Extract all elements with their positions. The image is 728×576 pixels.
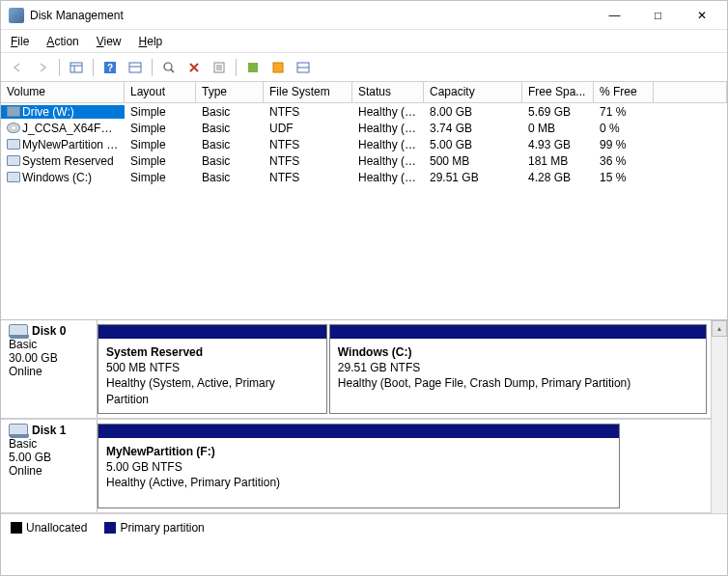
minimize-button[interactable]: — bbox=[593, 2, 636, 29]
svg-rect-5 bbox=[129, 63, 141, 72]
toolbar-green-button[interactable] bbox=[242, 57, 264, 78]
forward-button bbox=[32, 57, 53, 78]
partition[interactable]: Windows (C:)29.51 GB NTFSHealthy (Boot, … bbox=[329, 324, 707, 414]
disk: Disk 1Basic5.00 GBOnlineMyNewPartition (… bbox=[1, 420, 711, 513]
disk-partitions: MyNewPartition (F:)5.00 GB NTFSHealthy (… bbox=[98, 420, 711, 512]
primary-swatch-icon bbox=[104, 522, 116, 534]
menu-view[interactable]: View bbox=[97, 35, 122, 48]
svg-rect-14 bbox=[273, 63, 283, 72]
menu-help[interactable]: Help bbox=[139, 35, 163, 48]
showhide-console-button[interactable] bbox=[66, 57, 87, 78]
explore-button[interactable] bbox=[158, 57, 180, 78]
disk-info[interactable]: Disk 0Basic30.00 GBOnline bbox=[1, 320, 98, 418]
col-layout[interactable]: Layout bbox=[125, 82, 196, 102]
col-capacity[interactable]: Capacity bbox=[424, 82, 522, 102]
volume-row[interactable]: J_CCSA_X64FRE_E...SimpleBasicUDFHealthy … bbox=[1, 120, 727, 136]
disk-icon bbox=[9, 324, 28, 338]
volume-icon bbox=[7, 172, 20, 182]
scroll-up-icon[interactable]: ▴ bbox=[712, 320, 727, 337]
partition-bar bbox=[98, 425, 619, 438]
svg-point-7 bbox=[164, 63, 172, 70]
col-fs[interactable]: File System bbox=[264, 82, 352, 102]
close-button[interactable]: ✕ bbox=[680, 2, 723, 29]
partition-bar bbox=[330, 325, 706, 339]
legend-primary: Primary partition bbox=[104, 521, 204, 535]
back-button bbox=[7, 57, 28, 78]
volume-icon bbox=[7, 155, 20, 166]
disk: Disk 0Basic30.00 GBOnlineSystem Reserved… bbox=[1, 320, 711, 420]
grid-body[interactable]: Drive (W:)SimpleBasicNTFSHealthy (A...8.… bbox=[1, 103, 727, 319]
volume-row[interactable]: Windows (C:)SimpleBasicNTFSHealthy (B...… bbox=[1, 169, 727, 185]
disk-pane: Disk 0Basic30.00 GBOnlineSystem Reserved… bbox=[1, 320, 727, 513]
volume-icon bbox=[7, 106, 20, 117]
window-title: Disk Management bbox=[30, 9, 593, 22]
maximize-button[interactable]: □ bbox=[636, 2, 680, 29]
partition-bar bbox=[98, 325, 326, 339]
disk-icon bbox=[9, 424, 28, 437]
properties-button[interactable] bbox=[209, 57, 230, 78]
partition[interactable]: MyNewPartition (F:)5.00 GB NTFSHealthy (… bbox=[98, 424, 620, 508]
menu-action[interactable]: Action bbox=[46, 35, 78, 48]
svg-text:?: ? bbox=[107, 63, 113, 73]
toolbar-view-button[interactable] bbox=[125, 57, 146, 78]
menubar: File Action View Help bbox=[1, 30, 727, 53]
toolbar-panel-button[interactable] bbox=[293, 57, 314, 78]
scrollbar[interactable]: ▴ bbox=[711, 320, 727, 513]
col-status[interactable]: Status bbox=[352, 82, 424, 102]
col-pct[interactable]: % Free bbox=[594, 82, 654, 102]
toolbar-orange-button[interactable] bbox=[267, 57, 289, 78]
col-spacer bbox=[654, 82, 727, 102]
volume-icon bbox=[7, 139, 20, 150]
delete-button[interactable] bbox=[183, 57, 205, 78]
volume-row[interactable]: MyNewPartition (F:)SimpleBasicNTFSHealth… bbox=[1, 136, 727, 152]
volume-row[interactable]: System ReservedSimpleBasicNTFSHealthy (S… bbox=[1, 152, 727, 169]
disk-partitions: System Reserved500 MB NTFSHealthy (Syste… bbox=[98, 320, 711, 418]
menu-file[interactable]: File bbox=[11, 35, 29, 48]
titlebar: Disk Management — □ ✕ bbox=[1, 1, 727, 30]
volume-icon bbox=[7, 123, 20, 133]
volume-row[interactable]: Drive (W:)SimpleBasicNTFSHealthy (A...8.… bbox=[1, 103, 727, 120]
app-icon bbox=[9, 8, 24, 23]
toolbar: ? bbox=[1, 53, 727, 82]
col-type[interactable]: Type bbox=[196, 82, 264, 102]
svg-rect-0 bbox=[70, 63, 82, 72]
unallocated-swatch-icon bbox=[11, 522, 22, 534]
col-volume[interactable]: Volume bbox=[1, 82, 125, 102]
svg-rect-13 bbox=[248, 63, 258, 72]
disk-info[interactable]: Disk 1Basic5.00 GBOnline bbox=[1, 420, 98, 512]
col-free[interactable]: Free Spa... bbox=[522, 82, 594, 102]
legend: Unallocated Primary partition bbox=[1, 513, 727, 540]
help-button[interactable]: ? bbox=[99, 57, 121, 78]
grid-header: Volume Layout Type File System Status Ca… bbox=[1, 82, 727, 103]
svg-line-8 bbox=[171, 69, 174, 72]
partition[interactable]: System Reserved500 MB NTFSHealthy (Syste… bbox=[98, 324, 327, 414]
legend-unallocated: Unallocated bbox=[11, 521, 87, 535]
volume-grid: Volume Layout Type File System Status Ca… bbox=[1, 82, 727, 320]
